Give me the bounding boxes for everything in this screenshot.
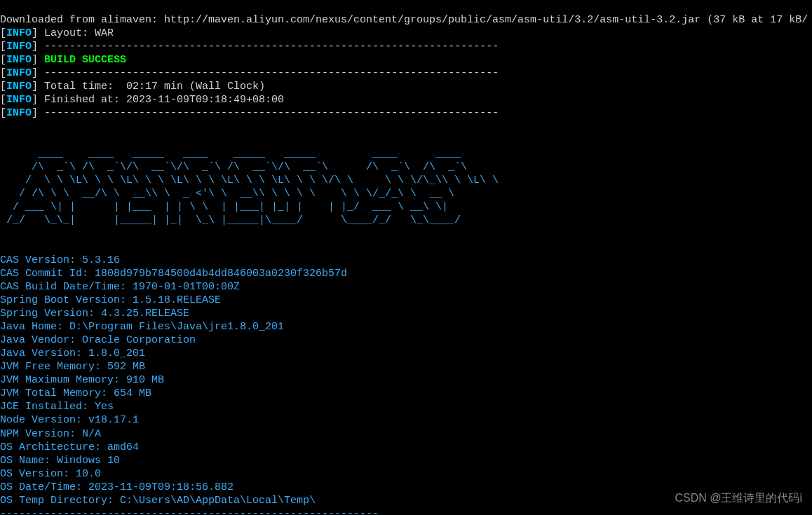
bracket-close: ] <box>32 81 44 92</box>
info-tag: INFO <box>6 41 32 53</box>
build-success-text: BUILD SUCCESS <box>44 54 126 66</box>
jvm-max-line: JVM Maximum Memory: 910 MB <box>0 374 164 386</box>
os-version-line: OS Version: 10.0 <box>0 468 101 480</box>
info-tag: INFO <box>6 67 32 79</box>
ascii-art-logo: ____ ____ _____ ____ _____ _____ ____ __… <box>0 148 499 226</box>
cas-build-date-line: CAS Build Date/Time: 1970-01-01T00:00Z <box>0 281 240 293</box>
npm-version-line: NPM Version: N/A <box>0 428 101 440</box>
bracket: [ <box>0 81 6 92</box>
bracket-close: ] <box>32 54 44 66</box>
info-tag: INFO <box>6 107 32 119</box>
spring-boot-line: Spring Boot Version: 1.5.18.RELEASE <box>0 294 221 306</box>
jvm-total-line: JVM Total Memory: 654 MB <box>0 387 151 399</box>
total-time-text: Total time: 02:17 min (Wall Clock) <box>44 81 265 92</box>
bracket: [ <box>0 27 6 39</box>
divider-line: ----------------------------------------… <box>44 41 499 53</box>
bracket: [ <box>0 67 6 79</box>
info-tag: INFO <box>6 54 32 66</box>
os-name-line: OS Name: Windows 10 <box>0 455 120 467</box>
jce-line: JCE Installed: Yes <box>0 401 114 413</box>
bracket: [ <box>0 54 6 66</box>
bracket-close: ] <box>32 94 44 106</box>
layout-text: Layout: WAR <box>44 27 114 39</box>
download-line: Downloaded from alimaven: http://maven.a… <box>0 14 808 26</box>
cas-divider-line: ----------------------------------------… <box>0 508 379 515</box>
os-date-line: OS Date/Time: 2023-11-09T09:18:56.882 <box>0 481 234 493</box>
watermark-text: CSDN @王维诗里的代码i <box>675 491 802 505</box>
bracket-close: ] <box>32 27 44 39</box>
bracket: [ <box>0 94 6 106</box>
terminal-output: Downloaded from alimaven: http://maven.a… <box>0 0 812 515</box>
jvm-free-line: JVM Free Memory: 592 MB <box>0 361 145 373</box>
java-version-line: Java Version: 1.8.0_201 <box>0 348 145 359</box>
java-vendor-line: Java Vendor: Oracle Corporation <box>0 334 196 346</box>
divider-line: ----------------------------------------… <box>44 107 499 119</box>
bracket: [ <box>0 41 6 53</box>
bracket-close: ] <box>32 107 44 119</box>
spring-version-line: Spring Version: 4.3.25.RELEASE <box>0 308 189 320</box>
bracket: [ <box>0 107 6 119</box>
os-temp-line: OS Temp Directory: C:\Users\AD\AppData\L… <box>0 495 316 507</box>
info-tag: INFO <box>6 94 32 106</box>
bracket-close: ] <box>32 67 44 79</box>
info-tag: INFO <box>6 81 32 92</box>
info-tag: INFO <box>6 27 32 39</box>
bracket-close: ] <box>32 41 44 53</box>
divider-line: ----------------------------------------… <box>44 67 499 79</box>
node-version-line: Node Version: v18.17.1 <box>0 414 139 426</box>
java-home-line: Java Home: D:\Program Files\Java\jre1.8.… <box>0 321 284 333</box>
os-arch-line: OS Architecture: amd64 <box>0 441 139 453</box>
finished-at-text: Finished at: 2023-11-09T09:18:49+08:00 <box>44 94 284 106</box>
cas-version-line: CAS Version: 5.3.16 <box>0 254 120 266</box>
cas-commit-line: CAS Commit Id: 1808d979b784500d4b4dd8460… <box>0 268 347 280</box>
